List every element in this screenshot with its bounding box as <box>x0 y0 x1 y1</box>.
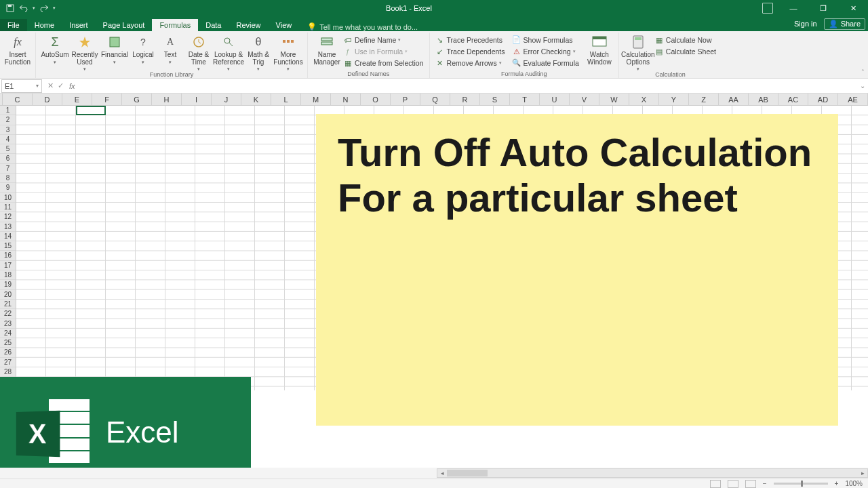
more-functions-button[interactable]: More Functions ▾ <box>273 33 303 71</box>
normal-view-icon[interactable] <box>710 480 721 488</box>
column-header[interactable]: S <box>480 94 510 105</box>
name-manager-button[interactable]: Name Manager <box>312 33 342 66</box>
page-break-view-icon[interactable] <box>745 480 756 488</box>
zoom-slider[interactable] <box>774 483 828 485</box>
column-header[interactable]: I <box>182 94 212 105</box>
column-header[interactable]: W <box>599 94 629 105</box>
close-button[interactable]: ✕ <box>838 0 868 16</box>
row-header[interactable]: 1 <box>0 106 16 115</box>
row-header[interactable]: 6 <box>0 154 16 163</box>
row-header[interactable]: 27 <box>0 358 16 367</box>
column-header[interactable]: Q <box>420 94 450 105</box>
column-header[interactable]: M <box>301 94 331 105</box>
signin-link[interactable]: Sign in <box>794 20 817 28</box>
column-header[interactable]: O <box>361 94 391 105</box>
zoom-in-button[interactable]: + <box>835 480 839 487</box>
column-header[interactable]: D <box>33 94 62 105</box>
evaluate-formula-button[interactable]: 🔍 Evaluate Formula <box>511 57 580 68</box>
share-button[interactable]: 👤 Share <box>824 18 865 30</box>
zoom-out-button[interactable]: − <box>763 480 767 487</box>
row-header[interactable]: 5 <box>0 144 16 154</box>
row-header[interactable]: 2 <box>0 115 16 125</box>
error-checking-button[interactable]: ⚠ Error Checking ▾ <box>511 45 580 57</box>
row-header[interactable]: 8 <box>0 174 16 183</box>
collapse-ribbon-icon[interactable]: ˆ <box>862 69 864 78</box>
column-header[interactable]: J <box>212 94 241 105</box>
tab-formulas[interactable]: Formulas <box>152 19 198 31</box>
tab-view[interactable]: View <box>269 19 300 31</box>
row-header[interactable]: 24 <box>0 329 16 338</box>
calculate-now-button[interactable]: ▦ Calculate Now <box>653 34 717 45</box>
fx-icon[interactable]: fx <box>69 82 75 90</box>
tab-review[interactable]: Review <box>229 19 268 31</box>
column-header[interactable]: AD <box>808 94 838 105</box>
row-header[interactable]: 15 <box>0 241 16 251</box>
remove-arrows-button[interactable]: ✕ Remove Arrows ▾ <box>434 57 507 68</box>
lookup-reference-button[interactable]: Lookup & Reference ▾ <box>214 33 243 71</box>
column-header[interactable]: C <box>3 94 33 105</box>
define-name-button[interactable]: 🏷 Define Name ▾ <box>342 34 425 45</box>
row-header[interactable]: 17 <box>0 261 16 270</box>
name-box-dropdown-icon[interactable]: ▾ <box>36 83 39 89</box>
watch-window-button[interactable]: Watch Window <box>585 33 614 66</box>
maximize-button[interactable]: ❐ <box>808 0 838 16</box>
row-header[interactable]: 22 <box>0 309 16 319</box>
insert-function-button[interactable]: fx Insert Function <box>4 33 31 66</box>
minimize-button[interactable]: — <box>778 0 808 16</box>
column-header[interactable]: K <box>241 94 271 105</box>
use-in-formula-button[interactable]: ƒ Use in Formula ▾ <box>342 45 425 57</box>
row-header[interactable]: 28 <box>0 367 16 377</box>
column-header[interactable]: U <box>540 94 570 105</box>
financial-button[interactable]: Financial ▾ <box>100 33 130 64</box>
trace-precedents-button[interactable]: ↘ Trace Precedents <box>434 34 507 45</box>
scroll-right-icon[interactable]: ▸ <box>858 470 867 476</box>
enter-icon[interactable]: ✓ <box>58 81 64 90</box>
row-header[interactable]: 25 <box>0 338 16 348</box>
column-header[interactable]: V <box>570 94 599 105</box>
row-header[interactable]: 3 <box>0 125 16 135</box>
column-header[interactable]: AA <box>719 94 749 105</box>
column-header[interactable]: F <box>92 94 122 105</box>
date-time-button[interactable]: Date & Time ▾ <box>184 33 214 71</box>
column-header[interactable]: Z <box>689 94 719 105</box>
row-header[interactable]: 26 <box>0 348 16 357</box>
formula-bar-expand-icon[interactable]: ⌄ <box>860 82 865 89</box>
tab-file[interactable]: File <box>0 19 27 31</box>
row-header[interactable]: 12 <box>0 212 16 222</box>
column-header[interactable]: P <box>391 94 420 105</box>
tab-home[interactable]: Home <box>27 19 62 31</box>
tab-page-layout[interactable]: Page Layout <box>96 19 153 31</box>
formula-bar-input[interactable] <box>79 80 860 92</box>
qat-customize-icon[interactable]: ▾ <box>53 5 56 11</box>
logical-button[interactable]: ? Logical ▾ <box>130 33 157 64</box>
column-header[interactable]: L <box>271 94 301 105</box>
tab-data[interactable]: Data <box>198 19 229 31</box>
cancel-icon[interactable]: ✕ <box>47 81 54 90</box>
scroll-thumb[interactable] <box>447 470 488 476</box>
row-header[interactable]: 14 <box>0 232 16 241</box>
row-header[interactable]: 16 <box>0 251 16 260</box>
column-header[interactable]: N <box>331 94 361 105</box>
calculate-sheet-button[interactable]: ▤ Calculate Sheet <box>653 45 717 57</box>
name-box[interactable]: E1 ▾ <box>1 79 42 93</box>
save-icon[interactable] <box>5 3 15 13</box>
autosum-button[interactable]: Σ AutoSum ▾ <box>40 33 70 64</box>
column-header[interactable]: H <box>152 94 182 105</box>
zoom-level[interactable]: 100% <box>845 480 863 487</box>
row-header[interactable]: 23 <box>0 319 16 329</box>
column-header[interactable]: AE <box>838 94 868 105</box>
row-header[interactable]: 20 <box>0 290 16 300</box>
row-header[interactable]: 7 <box>0 164 16 174</box>
scroll-left-icon[interactable]: ◂ <box>437 470 447 476</box>
text-button[interactable]: A Text ▾ <box>157 33 184 64</box>
show-formulas-button[interactable]: 📄 Show Formulas <box>511 34 580 45</box>
tab-insert[interactable]: Insert <box>62 19 96 31</box>
row-header[interactable]: 4 <box>0 135 16 144</box>
row-header[interactable]: 13 <box>0 222 16 232</box>
column-header[interactable]: AC <box>778 94 808 105</box>
column-header[interactable]: G <box>122 94 152 105</box>
redo-icon[interactable] <box>39 3 49 13</box>
column-header[interactable]: Y <box>659 94 689 105</box>
row-header[interactable]: 21 <box>0 300 16 309</box>
row-header[interactable]: 9 <box>0 183 16 192</box>
